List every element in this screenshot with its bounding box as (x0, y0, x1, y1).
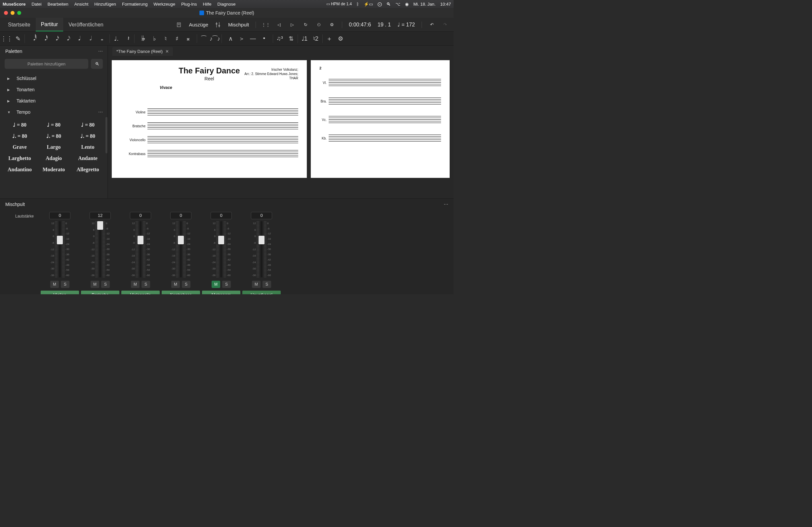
duration-whole[interactable]: 𝅝 (96, 33, 106, 44)
volume-value[interactable]: 0 (211, 212, 232, 219)
menu-diagnose[interactable]: Diagnose (218, 2, 236, 6)
mixer-button[interactable]: Mischpult (228, 22, 249, 27)
fader-handle[interactable] (178, 236, 184, 244)
menu-bearbeiten[interactable]: Bearbeiten (48, 2, 69, 6)
tenuto-button[interactable]: — (248, 33, 258, 44)
tempo-cell[interactable]: Moderato (37, 164, 71, 175)
fader-slider[interactable] (261, 221, 262, 277)
duration-8th[interactable]: 𝅘𝅥𝅮 (62, 33, 72, 44)
redo-button[interactable]: ↷ (442, 21, 448, 28)
spotlight-icon[interactable]: 🔍︎ (387, 2, 391, 6)
channel-name[interactable]: Kontrabass (162, 291, 200, 294)
menu-hilfe[interactable]: Hilfe (203, 2, 212, 6)
menubar-app[interactable]: MuseScore (3, 2, 26, 6)
parts-button[interactable]: Auszüge (189, 22, 208, 27)
dot-button[interactable]: ♩. (111, 33, 122, 44)
document-tab[interactable]: *The Fairy Dance (Reel) ✕ (112, 47, 173, 56)
staff[interactable] (147, 149, 298, 159)
channel-name[interactable]: Hauptkanal (242, 291, 281, 294)
channel-name[interactable]: Metronom (202, 291, 241, 294)
tab-partitur[interactable]: Partitur (36, 18, 63, 31)
tempo-cell[interactable]: ♩. = 80 (3, 130, 37, 142)
menu-datei[interactable]: Datei (31, 2, 41, 6)
window-close-button[interactable] (4, 11, 8, 15)
score-canvas[interactable]: The Fairy Dance Reel Irischer Volkstanz;… (108, 57, 454, 199)
fader-slider[interactable] (59, 221, 61, 277)
marcato-button[interactable]: ∧ (225, 33, 236, 44)
menu-plugins[interactable]: Plug-Ins (181, 2, 197, 6)
staff[interactable] (329, 78, 441, 88)
metronome-button[interactable]: ⏲ (315, 21, 322, 28)
menu-hinzufuegen[interactable]: Hinzufügen (94, 2, 116, 6)
fader-slider[interactable] (99, 221, 101, 277)
fader-slider[interactable] (140, 221, 142, 277)
palette-tonarten[interactable]: ▶Tonarten (0, 84, 107, 95)
flat-button[interactable]: ♭ (149, 33, 160, 44)
tie-button[interactable]: ⁀ (198, 33, 209, 44)
bluetooth-icon[interactable]: ᛒ (357, 2, 359, 6)
palette-schluessel[interactable]: ▶Schlüssel (0, 73, 107, 84)
mute-button[interactable]: M (91, 281, 99, 288)
tempo-cell[interactable]: Largo (37, 142, 71, 153)
tempo-cell[interactable]: Adagio (37, 153, 71, 164)
mute-button[interactable]: M (50, 281, 59, 288)
solo-button[interactable]: S (262, 281, 271, 288)
tempo-cell[interactable]: Larghetto (3, 153, 37, 164)
tempo-cell[interactable]: ♩ = 80 (3, 119, 37, 130)
note-input-button[interactable]: ✎ (13, 33, 23, 44)
tempo-cell[interactable]: ♩. = 80 (71, 130, 105, 142)
parts-icon[interactable] (176, 21, 183, 28)
palette-taktarten[interactable]: ▶Taktarten (0, 95, 107, 106)
tempo-cell[interactable]: Andante (71, 153, 105, 164)
solo-button[interactable]: S (142, 281, 150, 288)
toolbar-settings-button[interactable]: ⚙ (335, 33, 346, 44)
duration-32nd[interactable]: 𝅘𝅥𝅰 (39, 33, 50, 44)
window-minimize-button[interactable] (11, 11, 15, 15)
play-button[interactable]: ▷ (289, 21, 295, 28)
undo-button[interactable]: ↶ (429, 21, 435, 28)
grip-icon[interactable]: ⋮⋮ (262, 21, 269, 28)
menu-ansicht[interactable]: Ansicht (74, 2, 89, 6)
flip-button[interactable]: ⇅ (286, 33, 296, 44)
add-button[interactable]: ＋ (324, 33, 335, 44)
staff[interactable] (147, 121, 298, 131)
tempo-cell[interactable]: Grave (3, 142, 37, 153)
mute-button[interactable]: M (252, 281, 261, 288)
volume-value[interactable]: 0 (170, 212, 191, 219)
rest-button[interactable]: 𝄽 (122, 33, 133, 44)
wifi-icon[interactable]: ⨀ (378, 2, 382, 6)
menu-werkzeuge[interactable]: Werkzeuge (154, 2, 175, 6)
mute-button[interactable]: M (131, 281, 140, 288)
duration-64th[interactable]: 𝅘𝅥𝅱 (28, 33, 39, 44)
volume-value[interactable]: 0 (130, 212, 151, 219)
solo-button[interactable]: S (101, 281, 110, 288)
fader-handle[interactable] (137, 236, 144, 244)
double-flat-button[interactable]: 𝄫 (138, 33, 148, 44)
tempo-cell[interactable]: ♩ = 80 (71, 119, 105, 130)
tempo-cell[interactable]: Allegretto (71, 164, 105, 175)
voice1-button[interactable]: ♩1 (299, 33, 310, 44)
duration-quarter[interactable]: 𝅘𝅥 (73, 33, 84, 44)
staff[interactable] (147, 135, 298, 145)
tempo-cell[interactable]: ♩ = 80 (37, 119, 71, 130)
tempo-cell[interactable]: Andantino (3, 164, 37, 175)
fader-handle[interactable] (97, 221, 103, 230)
loop-button[interactable]: ↻ (302, 21, 309, 28)
duration-half[interactable]: 𝅗𝅥 (84, 33, 95, 44)
slur-button[interactable]: ♪⁀♪ (209, 33, 220, 44)
fader-handle[interactable] (218, 236, 224, 244)
solo-button[interactable]: S (61, 281, 70, 288)
channel-name[interactable]: Violoncello (121, 291, 160, 294)
score-page-2[interactable]: 2 Vl.Bra.Vc.Kb. (311, 60, 450, 178)
battery-icon[interactable]: ⚡▭ (364, 2, 373, 6)
channel-name[interactable]: Violine (41, 291, 79, 294)
palette-tempo[interactable]: ▼Tempo⋯ (0, 106, 107, 118)
close-tab-icon[interactable]: ✕ (165, 49, 169, 54)
settings-button[interactable]: ⚙ (329, 21, 335, 28)
window-zoom-button[interactable] (17, 11, 21, 15)
tuplet-button[interactable]: ♫³ (274, 33, 285, 44)
double-sharp-button[interactable]: 𝄪 (183, 33, 193, 44)
score-page-1[interactable]: The Fairy Dance Reel Irischer Volkstanz;… (112, 60, 307, 178)
menubar-date[interactable]: Mi. 18. Jan. (413, 2, 435, 6)
tempo-cell[interactable]: ♩. = 80 (37, 130, 71, 142)
